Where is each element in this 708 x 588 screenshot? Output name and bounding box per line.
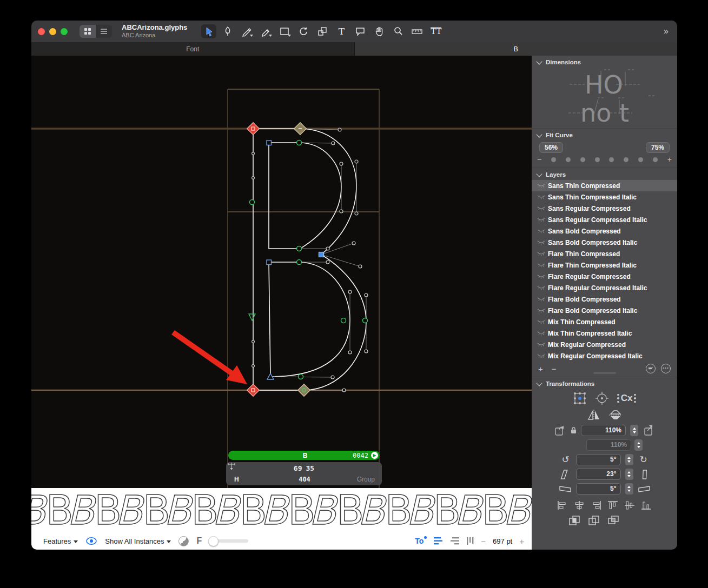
glyph-edit-canvas[interactable]: B 0042 ▶ 69 35 H 404 Group [31,56,532,488]
filter-layers-button[interactable] [646,364,656,373]
primitives-tool-button[interactable] [277,24,292,38]
layer-item[interactable]: Sans Thin Compressed Italic [532,191,677,203]
align-right-icon[interactable] [450,537,459,545]
boolean-intersect-icon[interactable] [607,515,619,526]
layer-item[interactable]: Flare Regular Compressed [532,271,677,282]
align-left-icon[interactable] [434,537,443,545]
layers-header[interactable]: Layers [532,168,677,180]
fit-curve-dot[interactable] [595,157,600,162]
scale-forward-icon[interactable] [643,424,654,436]
skew-stepper[interactable] [625,483,633,495]
layer-item[interactable]: Flare Bold Compressed Italic [532,305,677,316]
zoom-out-button[interactable]: − [481,537,486,546]
rotate-tool-button[interactable] [296,24,311,38]
layer-item[interactable]: Flare Bold Compressed [532,293,677,305]
layer-item[interactable]: Mix Regular Compressed Italic [532,350,677,362]
skew-left-icon[interactable] [559,484,572,494]
goto-glyph-button[interactable]: ▶ [371,452,378,459]
zoom-window-button[interactable] [61,28,68,35]
pencil-tool-button[interactable] [258,24,273,38]
scale-back-icon[interactable] [554,424,566,436]
align-center-vertical-icon[interactable] [624,500,635,510]
layers-scrollbar[interactable] [593,372,616,374]
fit-curve-dot[interactable] [653,157,658,162]
kerning-mode-button[interactable]: To [415,537,427,545]
align-left-edge-icon[interactable] [557,500,568,510]
add-layer-button[interactable]: + [538,364,543,373]
scale-x-field[interactable]: 110% [581,425,626,436]
vertical-text-icon[interactable] [466,537,474,545]
skew-field[interactable]: 5° [576,483,621,495]
reference-point-icon[interactable] [594,391,610,406]
layer-item[interactable]: Mix Regular Compressed [532,339,677,350]
fit-curve-dot[interactable] [551,157,556,162]
transform-origin-icon[interactable] [573,391,587,405]
fit-curve-dot[interactable] [638,157,643,162]
dimensions-header[interactable]: Dimensions [532,56,677,68]
transformations-header[interactable]: Transformations [532,377,677,389]
rotate-cw-icon[interactable]: ↻ [638,454,650,465]
contrast-toggle[interactable] [178,536,189,546]
layer-item[interactable]: Flare Thin Compressed [532,248,677,259]
annotation-tool-button[interactable] [353,24,368,38]
show-instances-dropdown[interactable]: Show All Instances [105,537,171,545]
eye-icon[interactable] [85,537,97,545]
fit-curve-plus-button[interactable]: + [667,157,672,162]
fit-curve-min-button[interactable]: 56% [539,142,563,153]
align-bottom-edge-icon[interactable] [641,500,652,510]
glyph-width-value[interactable]: 404 [267,476,342,483]
left-metrics-key[interactable]: H [226,476,267,483]
flip-preview-toggle[interactable]: F [196,536,202,546]
fit-curve-header[interactable]: Fit Curve [532,129,677,141]
right-metrics-key[interactable]: Group [342,476,382,483]
preview-point-size[interactable]: 697 pt [493,537,512,545]
left-sidebearing-value[interactable]: 69 [294,464,302,472]
tab-glyph-b[interactable]: B [355,42,678,56]
skew-right-icon[interactable] [638,484,651,494]
align-right-edge-icon[interactable] [591,500,601,510]
pen-tool-button[interactable] [239,24,254,38]
rotate-ccw-icon[interactable]: ↺ [560,454,572,465]
scale-y-field[interactable]: 110% [586,439,631,451]
boolean-subtract-icon[interactable] [588,515,600,526]
corner-nodes[interactable] [249,141,324,379]
lock-icon[interactable] [571,426,577,434]
layer-item[interactable]: Sans Bold Compressed [532,225,677,237]
fit-curve-dot[interactable] [580,157,585,162]
zoom-tool-button[interactable] [391,24,406,38]
align-center-horizontal-icon[interactable] [574,500,585,510]
fit-curve-dot[interactable] [609,157,614,162]
layer-item[interactable]: Mix Thin Compressed [532,316,677,328]
align-top-edge-icon[interactable] [607,500,618,510]
grid-view-button[interactable] [80,25,96,38]
boolean-union-icon[interactable] [568,515,580,526]
layer-item[interactable]: Sans Thin Compressed [532,180,677,191]
toolbar-overflow-button[interactable]: » [664,26,671,36]
close-button[interactable] [38,28,45,35]
right-sidebearing-value[interactable]: 35 [306,464,315,472]
layer-item[interactable]: Mix Thin Compressed Italic [532,328,677,339]
layer-item[interactable]: Sans Regular Compressed [532,203,677,214]
layer-item[interactable]: Flare Regular Compressed Italic [532,282,677,293]
instance-preview-strip[interactable]: B B B B B B B B B B B B B B B B B B B B [31,488,532,532]
scale-tool-button[interactable] [315,24,330,38]
measure-tool-button[interactable] [409,24,425,38]
tab-font[interactable]: Font [31,42,355,56]
selected-nodes[interactable] [247,123,310,397]
layer-options-button[interactable]: ••• [661,364,671,373]
layer-item[interactable]: Sans Bold Compressed Italic [532,237,677,248]
rotate-stepper[interactable] [625,454,633,465]
features-dropdown[interactable]: Features [43,537,78,545]
glyph-info-bar[interactable]: B 0042 ▶ [228,451,380,460]
minimize-button[interactable] [49,28,56,35]
fit-curve-minus-button[interactable]: − [537,157,541,162]
flip-vertical-icon[interactable] [608,409,623,421]
list-view-button[interactable] [96,25,112,38]
layer-item[interactable]: Sans Regular Compressed Italic [532,214,677,225]
slant-right-icon[interactable] [638,469,650,480]
preview-size-slider[interactable] [209,539,248,543]
vertical-metrics-tool-button[interactable]: TT [428,24,444,38]
glyph-outline-drawing[interactable] [31,56,532,488]
layer-item[interactable]: Flare Thin Compressed Italic [532,259,677,271]
zoom-in-button[interactable]: + [519,537,524,546]
